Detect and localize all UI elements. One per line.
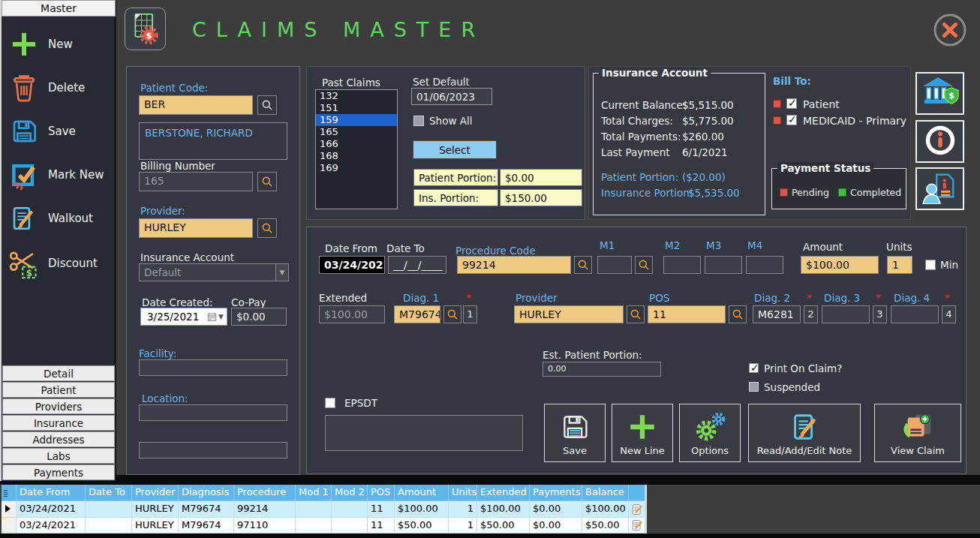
cell-mod1[interactable] (296, 518, 332, 533)
list-item-selected[interactable]: 159 (316, 114, 397, 126)
walkout-button[interactable]: Walkout (6, 201, 113, 236)
grid-col-header[interactable]: Procedure (234, 485, 296, 501)
m3-input[interactable] (705, 256, 742, 274)
new-line-button[interactable]: New Line (612, 404, 673, 462)
list-item[interactable]: 169 (316, 162, 397, 174)
epsdt-checkbox[interactable] (325, 398, 335, 408)
mark-new-button[interactable]: Mark New (6, 158, 113, 192)
grid-col-header[interactable]: Provider (132, 485, 179, 501)
list-item[interactable]: 165 (316, 126, 397, 138)
show-all-checkbox[interactable] (413, 116, 424, 126)
grid-col-header[interactable]: Mod 2 (332, 485, 368, 501)
row-selector-cell[interactable] (2, 501, 17, 518)
pos-search-button[interactable] (729, 305, 747, 323)
cell-mod2[interactable] (332, 501, 368, 518)
set-default-input[interactable]: 01/06/2023 (411, 88, 492, 105)
cell-pos[interactable]: 11 (368, 501, 395, 518)
copay-input[interactable]: $0.00 (231, 308, 287, 326)
billing-number-input[interactable]: 165 (139, 172, 253, 191)
cell-units[interactable]: 1 (449, 518, 477, 533)
row-note-button[interactable] (629, 501, 645, 518)
sidebar-tab-payments[interactable]: Payments (2, 464, 115, 480)
diag1-input[interactable]: M79674 (394, 305, 440, 323)
line-provider-search-button[interactable] (627, 305, 645, 323)
epsdt-notes-textarea[interactable] (325, 415, 523, 451)
m1-input[interactable] (597, 256, 632, 274)
patient-search-button[interactable] (257, 95, 277, 115)
m4-input[interactable] (746, 256, 783, 274)
cell-payments[interactable]: $0.00 (530, 518, 582, 533)
grid-col-header[interactable]: Balance (582, 485, 629, 501)
view-claim-button[interactable]: View Claim (874, 404, 961, 462)
cell-diagnosis[interactable]: M79674 (179, 518, 234, 533)
extra-input[interactable] (139, 442, 287, 458)
est-patient-portion-input[interactable]: 0.00 (543, 362, 661, 377)
amount-input[interactable]: $100.00 (801, 256, 879, 274)
past-claims-listbox[interactable]: 132 151 159 165 166 168 169 (315, 89, 398, 209)
grid-col-header[interactable]: Date To (86, 485, 132, 501)
sidebar-tab-addresses[interactable]: Addresses (2, 431, 115, 447)
date-created-picker[interactable]: 3/25/2021 ▼ (140, 308, 227, 326)
grid-col-header[interactable]: Date From (17, 485, 86, 501)
billing-search-button[interactable] (257, 172, 277, 191)
cell-balance[interactable]: $50.00 (582, 518, 629, 533)
date-to-input[interactable]: __/__/____ (388, 256, 446, 274)
save-sidebar-button[interactable]: Save (6, 114, 113, 149)
list-item[interactable]: 151 (316, 102, 397, 114)
sidebar-tab-patient[interactable]: Patient (2, 382, 115, 398)
cell-mod2[interactable] (332, 518, 368, 533)
table-row[interactable]: 03/24/2021 HURLEY M79674 99214 11 $100.0… (2, 501, 645, 518)
sidebar-tab-labs[interactable]: Labs (2, 448, 115, 464)
close-button[interactable] (933, 13, 967, 47)
grid-col-header[interactable]: Diagnosis (179, 485, 234, 501)
facility-input[interactable] (139, 359, 287, 376)
table-row[interactable]: 03/24/2021 HURLEY M79674 97110 11 $50.00… (2, 518, 645, 533)
cell-amount[interactable]: $50.00 (395, 518, 449, 533)
cell-date-from[interactable]: 03/24/2021 (17, 518, 86, 533)
suspended-checkbox[interactable] (749, 382, 759, 392)
discount-button[interactable]: $ Discount (6, 246, 113, 281)
sidebar-tab-providers[interactable]: Providers (2, 398, 115, 414)
date-from-input[interactable]: 03/24/2021 (319, 256, 385, 274)
provider-search-button[interactable] (257, 218, 277, 238)
grid-col-header[interactable]: Extended (477, 485, 530, 501)
sidebar-tab-insurance[interactable]: Insurance (2, 415, 115, 431)
insurance-account-select[interactable]: Default ▼ (139, 263, 289, 281)
cell-procedure[interactable]: 97110 (234, 518, 296, 533)
grid-col-header[interactable]: Amount (395, 485, 449, 501)
cell-extended[interactable]: $50.00 (477, 518, 530, 533)
grid-col-header[interactable]: Payments (530, 485, 582, 501)
grid-grip-icon[interactable] (2, 485, 17, 501)
diag2-input[interactable]: M6281 (753, 305, 801, 323)
cell-pos[interactable]: 11 (368, 518, 395, 533)
delete-button[interactable]: Delete (6, 71, 113, 105)
new-button[interactable]: New (6, 27, 113, 62)
grid-col-header[interactable]: Units (449, 485, 477, 501)
cell-date-to[interactable] (86, 501, 132, 518)
grid-col-header[interactable]: POS (368, 485, 395, 501)
procedure-code-input[interactable]: 99214 (457, 256, 571, 274)
list-item[interactable]: 166 (316, 138, 397, 150)
sidebar-tab-detail[interactable]: Detail (2, 365, 115, 381)
info-button[interactable] (915, 120, 964, 163)
grid-col-header-notes[interactable] (629, 485, 645, 501)
cell-procedure[interactable]: 99214 (234, 501, 296, 518)
cell-date-from[interactable]: 03/24/2021 (17, 501, 86, 518)
row-selector-cell[interactable] (2, 518, 17, 533)
cell-provider[interactable]: HURLEY (132, 501, 179, 518)
min-checkbox[interactable] (925, 260, 936, 270)
tab-master[interactable]: Master (2, 0, 116, 17)
options-button[interactable]: Options (679, 404, 741, 462)
diag3-input[interactable] (822, 305, 870, 323)
cell-extended[interactable]: $100.00 (477, 501, 530, 518)
cell-date-to[interactable] (86, 518, 132, 533)
diag4-input[interactable] (891, 305, 939, 323)
bill-to-patient-checkbox[interactable] (786, 98, 797, 109)
extended-input[interactable]: $100.00 (319, 305, 385, 323)
line-provider-input[interactable]: HURLEY (514, 305, 624, 323)
cell-mod1[interactable] (296, 501, 332, 518)
select-button[interactable]: Select (413, 140, 497, 159)
cell-balance[interactable]: $100.00 (582, 501, 629, 518)
note-button[interactable]: Read/Add/Edit Note (748, 404, 861, 462)
list-item[interactable]: 168 (316, 150, 397, 162)
